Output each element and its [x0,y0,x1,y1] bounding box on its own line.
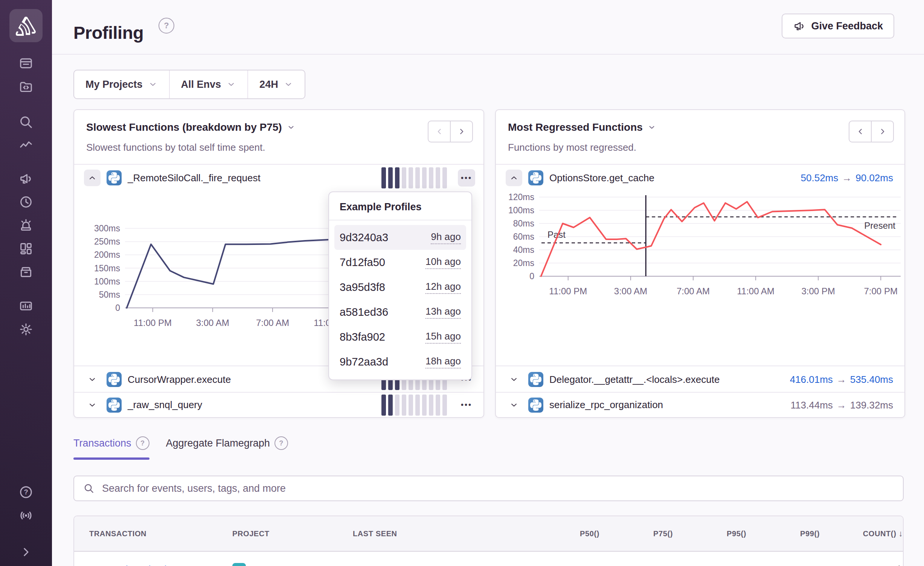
profile-id[interactable]: 7d12fa50 [340,256,385,269]
chevron-down-icon [284,80,293,89]
stats-icon[interactable] [18,298,34,314]
profile-id[interactable]: 9d3240a3 [340,231,388,244]
column-header-p50[interactable]: P50() [530,529,599,538]
before-value[interactable]: 416.01ms [790,374,833,385]
sentry-logo-icon [16,15,36,36]
dropdown-list: 9d3240a39h ago7d12fa5010h ago3a95d3f812h… [329,220,471,379]
profile-age-link[interactable]: 9h ago [431,231,461,244]
column-header-p99[interactable]: P99() [746,529,820,538]
row-actions-button[interactable]: ••• [458,396,475,414]
svg-text:3:00 AM: 3:00 AM [196,318,229,328]
profile-item[interactable]: 3a95d3f812h ago [334,275,466,300]
sort-desc-icon: ↓ [898,529,903,538]
chevron-down-icon [647,123,656,132]
column-header-p95[interactable]: P95() [673,529,746,538]
issues-icon[interactable] [18,56,34,71]
svg-text:100ms: 100ms [94,277,120,286]
profile-age-link[interactable]: 13h ago [425,306,461,319]
broadcast-icon[interactable] [18,508,34,523]
p75-cell: 18.00ms [599,564,673,566]
transaction-link[interactable]: app.ready__check [74,564,232,566]
python-icon [107,398,122,413]
replays-icon[interactable] [18,194,34,210]
profile-age-link[interactable]: 18h ago [425,355,461,369]
column-header-count[interactable]: COUNT() ↓ [820,529,903,538]
page-help-icon[interactable]: ? [159,18,174,34]
p50-cell: 17.00ms [530,564,599,566]
profile-bar [436,395,440,416]
settings-icon[interactable] [18,322,34,337]
releases-icon[interactable] [18,265,34,280]
tab-help-icon[interactable]: ? [136,436,149,450]
date-range-filter[interactable]: 24H [247,70,305,98]
next-page-button[interactable] [871,121,894,142]
profile-bar [381,395,386,416]
sentry-logo[interactable] [9,9,43,42]
profile-id[interactable]: 8b3fa902 [340,331,385,343]
column-header-project[interactable]: PROJECT [232,529,353,538]
profile-item[interactable]: 9b72aa3d18h ago [334,349,466,374]
transactions-table: TRANSACTION PROJECT LAST SEEN P50() P75(… [73,516,904,566]
table-header-row: TRANSACTION PROJECT LAST SEEN P50() P75(… [74,516,903,552]
profile-age-link[interactable]: 15h ago [425,330,461,344]
function-name: _raw_snql_query [128,399,202,411]
project-filter[interactable]: My Projects [74,70,169,98]
column-header-transaction[interactable]: TRANSACTION [74,529,232,538]
give-feedback-button[interactable]: Give Feedback [782,14,894,38]
profile-item[interactable]: a581ed3613h ago [334,300,466,324]
profile-id[interactable]: 9b72aa3d [340,356,388,368]
chevron-down-icon [87,400,97,410]
profile-bar [388,395,393,416]
tab-aggregate-flamegraph[interactable]: Aggregate Flamegraph ? [166,436,288,460]
chevron-right-icon [878,127,887,136]
sidebar-expand-icon[interactable] [18,545,34,560]
svg-text:300ms: 300ms [94,223,120,233]
search-icon[interactable] [18,115,34,130]
svg-text:7:00 AM: 7:00 AM [677,286,710,296]
chevron-right-icon [457,127,467,136]
column-header-p75[interactable]: P75() [599,529,673,538]
help-icon[interactable]: ? [18,485,34,500]
prev-page-button[interactable] [428,121,450,142]
tab-help-icon[interactable]: ? [274,436,288,450]
expand-row-button[interactable] [84,397,101,413]
expand-row-button[interactable] [506,397,522,413]
profile-item[interactable]: 7d12fa5010h ago [334,250,466,275]
expand-row-button[interactable] [506,371,522,388]
profile-age-link[interactable]: 12h ago [425,281,461,294]
svg-text:0: 0 [115,303,120,313]
most-regressed-panel: Most Regressed Functions Functions by mo… [495,109,905,418]
search-bar [73,476,904,501]
svg-text:11:00 PM: 11:00 PM [134,318,172,328]
dashboards-icon[interactable] [18,241,34,256]
profile-id[interactable]: a581ed36 [340,306,388,318]
tab-transactions[interactable]: Transactions ? [73,436,149,460]
slowest-functions-title[interactable]: Slowest Functions (breakdown by P75) [86,121,296,133]
most-regressed-title[interactable]: Most Regressed Functions [508,121,656,133]
profile-id[interactable]: 3a95d3f8 [340,281,385,294]
performance-icon[interactable] [18,138,34,153]
expand-row-button[interactable] [84,371,101,388]
chevron-down-icon [509,400,519,410]
tab-label: Aggregate Flamegraph [166,438,270,449]
chevron-left-icon [855,127,865,136]
profile-item[interactable]: 9d3240a39h ago [334,225,466,250]
column-header-last-seen[interactable]: LAST SEEN [353,529,530,538]
alerts-icon[interactable] [18,218,34,233]
p99-cell: 29.00ms [746,564,820,566]
prev-page-button[interactable] [849,121,871,142]
svg-text:7:00 AM: 7:00 AM [256,318,289,328]
date-range-filter-label: 24H [259,79,278,90]
search-input[interactable] [101,482,903,495]
next-page-button[interactable] [450,121,473,142]
most-regressed-chart: 020ms40ms60ms80ms100ms120ms11:00 PM3:00 … [496,165,904,366]
after-value[interactable]: 535.40ms [850,374,893,385]
profile-bar [402,395,406,416]
environment-filter[interactable]: All Envs [169,70,248,98]
chevron-down-icon [148,80,158,89]
feedback-icon[interactable] [18,171,34,186]
project-cell[interactable]: seer [232,563,353,566]
profile-item[interactable]: 8b3fa90215h ago [334,324,466,349]
profile-age-link[interactable]: 10h ago [425,256,461,269]
projects-icon[interactable] [18,79,34,94]
